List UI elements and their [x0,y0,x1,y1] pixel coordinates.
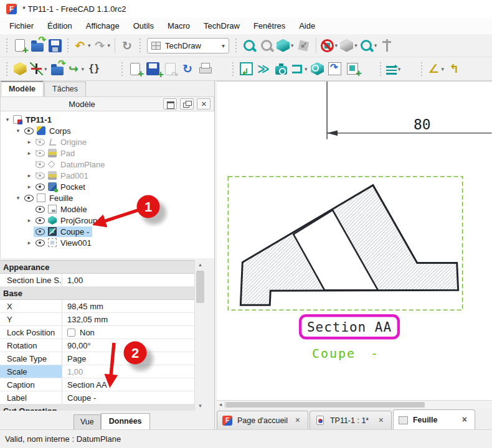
eye-open-icon[interactable] [35,228,45,235]
new-document-button[interactable] [11,37,29,54]
canvas-horizontal-scrollbar[interactable] [217,400,492,408]
close-icon[interactable] [376,416,386,426]
close-icon[interactable] [293,416,303,426]
toolbar-grip[interactable] [65,39,70,52]
property-group-base[interactable]: Base [0,287,194,300]
expander-icon[interactable] [25,184,34,190]
macro-button[interactable]: {} [85,60,103,78]
toolbar-grip[interactable] [234,39,239,52]
tree-item-corps[interactable]: Corps [1,125,214,136]
property-row-scale-type[interactable]: Scale TypePage [0,352,194,365]
tree-item-projgroup[interactable]: ProjGroup [1,215,214,226]
eye-hidden-icon[interactable] [35,172,45,179]
scrollbar-thumb[interactable] [196,271,204,303]
create-group-button[interactable] [49,60,66,78]
property-row-lock-position[interactable]: Lock Position Non [0,326,194,339]
redraw-page-button[interactable]: ↷ [161,60,179,78]
menu-outils[interactable]: Outils [126,19,161,33]
expander-icon[interactable] [25,240,34,246]
clip-group-button[interactable] [326,60,344,78]
tree-item-origine[interactable]: Origine [1,136,214,147]
mdi-tab-page-accueil[interactable]: Page d'accueil [217,411,308,429]
mdi-tab-tp11-1[interactable]: TP11-1 : 1* [310,411,392,429]
toolbar-grip[interactable] [120,62,125,76]
tree-item-pad[interactable]: Pad [1,147,214,159]
toolbar-grip[interactable] [378,62,383,76]
eye-hidden-icon[interactable] [35,150,45,156]
scrollbar-thumb[interactable] [225,402,425,408]
property-row-section-line[interactable]: Section Line S...1,00 [0,274,194,287]
menu-aide[interactable]: Aide [292,19,322,33]
property-row-label[interactable]: LabelCoupe - [0,391,194,404]
tree-item-coupe[interactable]: Coupe - [1,226,214,237]
expander-icon[interactable] [3,116,12,123]
section-view-shape[interactable] [240,185,458,306]
eye-open-icon[interactable] [24,128,34,134]
property-group-cut-operation[interactable]: Cut Operation [0,404,194,411]
toolbar-grip[interactable] [4,39,9,52]
eye-hidden-icon[interactable] [35,139,45,145]
property-row-x[interactable]: X98,45 mm [0,300,194,313]
print-page-button[interactable] [196,60,214,78]
shade-panel-icon[interactable] [163,98,177,110]
open-document-button[interactable] [29,37,46,54]
scroll-up-icon[interactable] [195,260,206,269]
new-page-template-button[interactable] [144,60,161,78]
insert-view-button[interactable] [237,60,255,78]
redo-button[interactable]: ↷ [92,37,112,54]
tab-donnees[interactable]: Données [101,413,150,429]
projection-group-button[interactable]: ≫ [255,60,272,78]
sync-view-button[interactable] [359,37,379,54]
toolbar-grip[interactable] [138,39,143,52]
close-panel-icon[interactable] [197,98,211,110]
refresh-button[interactable]: ↻ [118,37,136,54]
tree-item-pad001[interactable]: Pad001 [1,170,214,181]
menu-macro[interactable]: Macro [161,19,197,33]
expander-icon[interactable] [25,150,34,156]
tree-item-feuille[interactable]: Feuille [1,192,214,203]
export-button[interactable]: ↪ [66,60,86,78]
menu-fenetres[interactable]: Fenêtres [247,19,292,33]
scroll-left-icon[interactable] [217,401,225,408]
stack-views-button[interactable] [385,60,402,78]
undo-button[interactable]: ↶ [72,37,92,54]
techdraw-canvas[interactable]: 80 Section AA Coupe - [217,81,492,400]
lock-position-checkbox[interactable] [67,329,75,337]
new-clip-view-button[interactable] [344,60,361,78]
tab-modele[interactable]: Modèle [1,81,44,96]
section-view-button[interactable] [309,60,326,78]
menu-edition[interactable]: Édition [40,19,79,33]
datum-axis-button[interactable] [29,60,49,78]
property-row-scale[interactable]: Scale1,00 [0,365,194,378]
tab-vue[interactable]: Vue [73,414,101,429]
tree-item-pocket[interactable]: Pocket [1,181,214,192]
create-part-button[interactable] [11,60,29,78]
fit-selection-button[interactable] [258,37,275,54]
eye-hidden-icon[interactable] [35,161,45,167]
view-label-text[interactable]: Coupe - [312,346,379,361]
toolbar-grip[interactable] [230,62,235,76]
title-bar[interactable]: F * TP11-1 - FreeCAD 1.1.0rc2 [0,0,492,17]
save-document-button[interactable] [46,37,64,54]
close-icon[interactable] [460,415,470,425]
eye-open-icon[interactable] [24,195,34,201]
eye-open-icon[interactable] [35,240,45,246]
axonometric-view-button[interactable] [275,37,295,54]
update-page-button[interactable]: ↻ [179,60,196,78]
eye-open-icon[interactable] [35,217,45,223]
tree-item-modele-view[interactable]: Modèle [1,203,214,215]
tree-item-datumplane[interactable]: DatumPlane [1,159,214,170]
menu-fichier[interactable]: Fichier [2,19,40,33]
expander-icon[interactable] [25,217,34,223]
measure-button[interactable] [378,37,395,54]
property-group-appearance[interactable]: Appearance [0,261,194,274]
property-scrollbar[interactable] [194,260,206,411]
eye-open-icon[interactable] [35,206,45,212]
dimension-80[interactable]: 80 [327,82,491,139]
section-caption[interactable]: Section AA [300,315,399,338]
expander-icon[interactable] [14,195,22,201]
workbench-selector[interactable]: TechDraw [147,38,229,54]
toolbar-grip[interactable] [419,62,424,76]
menu-techdraw[interactable]: TechDraw [197,19,247,33]
section-line-button[interactable] [290,60,309,78]
